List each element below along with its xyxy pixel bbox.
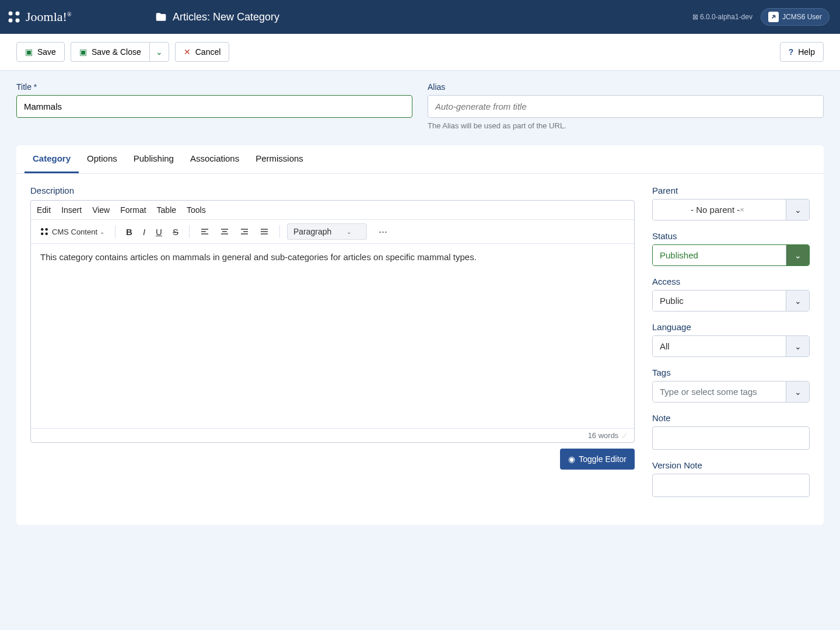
parent-select[interactable]: - No parent -× ⌄ [652, 199, 810, 220]
parent-label: Parent [652, 186, 810, 195]
version-label: ⊠ 6.0.0-alpha1-dev [692, 13, 752, 21]
cms-content-button[interactable]: CMS Content ⌄ [36, 224, 108, 239]
editor-body[interactable]: This category contains articles on mamma… [31, 244, 634, 428]
alias-hint: The Alias will be used as part of the UR… [428, 121, 824, 130]
align-left-button[interactable] [197, 225, 213, 239]
menu-view[interactable]: View [92, 205, 110, 215]
access-select[interactable]: Public ⌄ [652, 290, 810, 312]
tags-select[interactable]: Type or select some tags ⌄ [652, 381, 810, 402]
bold-button[interactable]: B [123, 225, 136, 239]
access-label: Access [652, 276, 810, 286]
help-icon: ? [789, 47, 794, 57]
chevron-down-icon: ⌄ [786, 245, 809, 265]
svg-point-4 [41, 228, 44, 231]
toggle-editor-button[interactable]: ◉ Toggle Editor [560, 449, 635, 470]
align-justify-button[interactable] [256, 225, 272, 239]
tab-associations[interactable]: Associations [182, 145, 247, 173]
main-card: Category Options Publishing Associations… [16, 145, 824, 525]
editor: Edit Insert View Format Table Tools CMS … [30, 200, 635, 443]
save-close-button[interactable]: ▣ Save & Close [71, 42, 149, 62]
logo-area: Joomla!® [0, 9, 148, 24]
help-button[interactable]: ? Help [780, 42, 824, 62]
title-input[interactable] [16, 95, 412, 118]
app-header: Joomla!® Articles: New Category ⊠ 6.0.0-… [0, 0, 840, 34]
description-label: Description [30, 186, 635, 195]
folder-icon [155, 11, 167, 23]
note-label: Note [652, 413, 810, 423]
user-name: JCMS6 User [782, 13, 822, 21]
eye-icon: ◉ [568, 454, 575, 464]
clear-icon[interactable]: × [740, 205, 748, 214]
form-header: Title * Alias The Alias will be used as … [0, 71, 840, 135]
alias-input[interactable] [428, 95, 824, 118]
strikethrough-button[interactable]: S [169, 225, 182, 239]
chevron-down-icon: ⌄ [786, 336, 809, 356]
title-label: Title * [16, 82, 412, 92]
tab-publishing[interactable]: Publishing [125, 145, 182, 173]
svg-point-7 [46, 233, 48, 236]
menu-tools[interactable]: Tools [187, 205, 206, 215]
tab-permissions[interactable]: Permissions [247, 145, 312, 173]
italic-button[interactable]: I [139, 225, 149, 239]
more-button[interactable]: ⋯ [375, 224, 391, 239]
save-close-group: ▣ Save & Close ⌄ [71, 42, 169, 62]
user-menu[interactable]: JCMS6 User [761, 8, 830, 26]
menu-format[interactable]: Format [120, 205, 146, 215]
alias-label: Alias [428, 82, 824, 92]
menu-edit[interactable]: Edit [37, 205, 51, 215]
language-label: Language [652, 322, 810, 332]
tab-category[interactable]: Category [24, 145, 79, 173]
note-input[interactable] [652, 426, 810, 450]
svg-point-5 [46, 228, 48, 231]
svg-point-1 [16, 12, 20, 16]
editor-toolbar: CMS Content ⌄ B I U S [31, 220, 634, 244]
svg-point-2 [9, 19, 13, 23]
word-count: 16 words ⟋ [31, 428, 634, 442]
chevron-down-icon: ⌄ [100, 229, 104, 235]
save-icon: ▣ [79, 47, 87, 57]
side-panel: Parent - No parent -× ⌄ Status Published… [652, 186, 810, 508]
header-right: ⊠ 6.0.0-alpha1-dev JCMS6 User [692, 8, 840, 26]
chevron-down-icon: ⌄ [786, 290, 809, 311]
status-label: Status [652, 231, 810, 241]
cancel-button[interactable]: ✕ Cancel [175, 42, 230, 62]
svg-point-6 [41, 233, 44, 236]
svg-point-0 [9, 12, 13, 16]
page-title: Articles: New Category [173, 11, 279, 23]
save-close-dropdown[interactable]: ⌄ [149, 42, 169, 62]
joomla-small-icon [39, 226, 50, 237]
page-title-area: Articles: New Category [148, 11, 279, 23]
save-button[interactable]: ▣ Save [16, 42, 65, 62]
save-icon: ▣ [25, 47, 33, 57]
status-select[interactable]: Published ⌄ [652, 244, 810, 266]
menu-table[interactable]: Table [157, 205, 176, 215]
external-link-icon [768, 12, 779, 22]
block-format-select[interactable]: Paragraph ⌄ [287, 223, 367, 240]
tab-bar: Category Options Publishing Associations… [16, 145, 824, 174]
joomla-logo-icon [7, 10, 21, 24]
menu-insert[interactable]: Insert [61, 205, 82, 215]
chevron-down-icon: ⌄ [156, 47, 163, 57]
align-center-button[interactable] [216, 225, 233, 239]
action-toolbar: ▣ Save ▣ Save & Close ⌄ ✕ Cancel ? Help [0, 34, 840, 71]
tab-content: Description Edit Insert View Format Tabl… [16, 174, 824, 525]
tags-label: Tags [652, 368, 810, 377]
language-select[interactable]: All ⌄ [652, 335, 810, 357]
editor-menubar: Edit Insert View Format Table Tools [31, 201, 634, 220]
tab-options[interactable]: Options [79, 145, 125, 173]
chevron-down-icon: ⌄ [786, 200, 809, 220]
chevron-down-icon: ⌄ [346, 229, 351, 235]
version-note-label: Version Note [652, 460, 810, 470]
underline-button[interactable]: U [152, 225, 166, 239]
close-icon: ✕ [184, 47, 191, 57]
chevron-down-icon: ⌄ [786, 382, 809, 402]
svg-point-3 [16, 19, 20, 23]
version-note-input[interactable] [652, 474, 810, 497]
align-right-button[interactable] [236, 225, 253, 239]
brand-name: Joomla!® [26, 9, 72, 24]
